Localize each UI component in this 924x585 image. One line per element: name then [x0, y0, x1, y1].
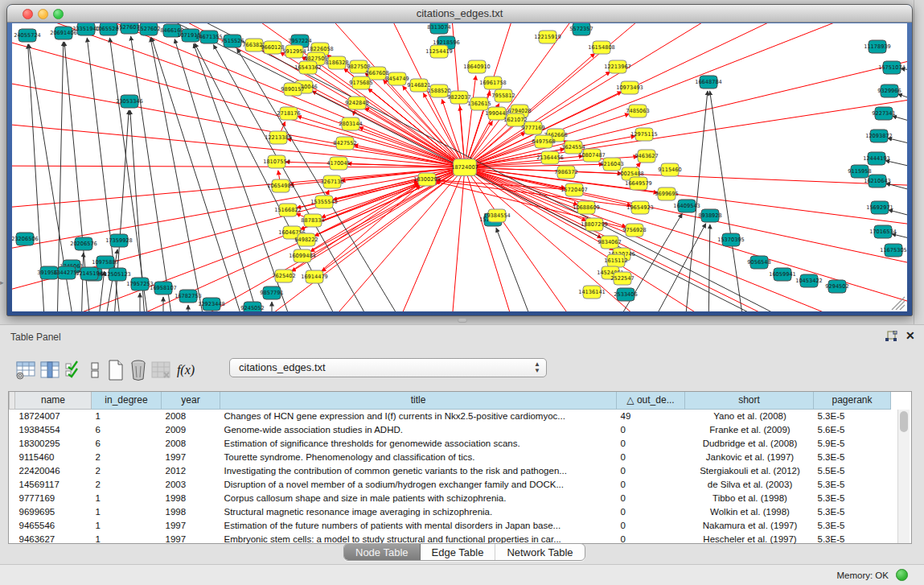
table-cell[interactable]: 9699695 — [15, 505, 92, 518]
graph-node[interactable]: 17016534 — [869, 225, 897, 238]
table-cell[interactable]: 22420046 — [15, 463, 92, 477]
graph-node[interactable]: 23206506 — [12, 233, 39, 245]
graph-node[interactable]: 9834067 — [598, 236, 621, 249]
graph-node[interactable]: 15355545 — [310, 196, 338, 208]
table-cell[interactable]: de Silva et al. (2003) — [685, 477, 814, 491]
scrollbar-thumb[interactable] — [900, 411, 908, 432]
table-row[interactable]: 2242004622012Investigating the contribut… — [10, 463, 891, 477]
column-header-name[interactable]: name — [15, 392, 92, 409]
table-cell[interactable]: 0 — [617, 477, 685, 491]
graph-node[interactable]: 12093872 — [865, 130, 893, 142]
show-columns-icon[interactable] — [39, 357, 60, 382]
table-cell[interactable]: 1 — [92, 518, 162, 532]
window-titlebar[interactable]: citations_edges.txt — [7, 5, 912, 23]
graph-node[interactable]: 2718176 — [277, 107, 300, 120]
table-cell[interactable]: 1997 — [162, 518, 220, 532]
graph-node[interactable]: 10453422 — [795, 274, 823, 287]
table-cell[interactable]: 1997 — [162, 532, 220, 546]
graph-node[interactable]: 9699695 — [655, 187, 678, 200]
table-cell[interactable]: 5.3E-5 — [814, 505, 891, 518]
graph-node[interactable]: 20206576 — [70, 237, 97, 250]
table-cell[interactable]: 1998 — [162, 491, 220, 505]
column-header-short[interactable]: short — [685, 392, 814, 409]
graph-node[interactable]: 23053346 — [116, 95, 143, 108]
divider-grip-icon[interactable] — [458, 318, 467, 323]
table-cell[interactable]: 5.3E-5 — [814, 409, 891, 422]
graph-node[interactable]: 5498222 — [294, 233, 318, 246]
graph-node[interactable]: 7986372 — [554, 166, 577, 179]
table-row[interactable]: 977716911998Corpus callosum shape and si… — [10, 491, 891, 505]
graph-node[interactable]: 3267130 — [320, 175, 343, 188]
graph-node[interactable]: 9857791 — [260, 286, 283, 299]
graph-node[interactable]: 11178939 — [864, 40, 891, 53]
graph-node[interactable]: 9245052 — [240, 302, 264, 311]
table-cell[interactable]: 9777169 — [15, 491, 92, 505]
graph-node[interactable]: 16648784 — [695, 76, 722, 89]
table-cell[interactable]: 1998 — [162, 505, 220, 518]
table-cell[interactable]: 18300295 — [15, 436, 92, 450]
float-panel-icon[interactable] — [885, 331, 897, 342]
table-cell[interactable]: 0 — [617, 491, 685, 505]
column-header-out_de[interactable]: △ out_de... — [617, 392, 685, 409]
table-cell[interactable]: Structural magnetic resonance image aver… — [220, 505, 617, 518]
graph-node[interactable]: 11675305 — [880, 244, 907, 257]
graph-node[interactable]: 4170045 — [326, 157, 350, 170]
table-cell[interactable]: Stergiakouli et al. (2012) — [685, 463, 814, 477]
table-cell[interactable]: 9465546 — [15, 518, 92, 532]
table-cell[interactable]: 0 — [617, 422, 685, 436]
delete-table-icon[interactable] — [150, 357, 171, 382]
table-cell[interactable]: 1 — [92, 409, 162, 422]
node-layer[interactable]: 2405572420691406233519401065528715276077… — [12, 23, 907, 311]
table-row[interactable]: 1830029562008Estimation of significance … — [10, 436, 891, 450]
graph-node[interactable]: 9777169 — [521, 122, 544, 134]
function-builder-icon[interactable]: f(x) — [172, 357, 199, 382]
table-cell[interactable]: 5.3E-5 — [814, 491, 891, 505]
column-header-title[interactable]: title — [220, 392, 617, 409]
table-header-row[interactable]: namein_degreeyeartitle△ out_de...shortpa… — [10, 392, 891, 409]
graph-node[interactable]: 9115460 — [658, 163, 681, 176]
table-cell[interactable]: 0 — [617, 450, 685, 463]
delete-column-icon[interactable] — [127, 357, 149, 382]
graph-node[interactable]: 9115958 — [848, 165, 871, 178]
table-cell[interactable]: 9115460 — [15, 450, 92, 463]
graph-node[interactable]: 7515526 — [220, 35, 244, 47]
table-row[interactable]: 969969511998Structural magnetic resonanc… — [10, 505, 891, 518]
table-row[interactable]: 911546021997Tourette syndrome. Phenomeno… — [10, 450, 891, 463]
table-cell[interactable]: 2 — [92, 450, 162, 463]
table-cell[interactable]: Investigating the contribution of common… — [220, 463, 617, 477]
graph-node[interactable]: 17359928 — [105, 234, 133, 247]
graph-node[interactable]: 6497568 — [532, 135, 555, 148]
table-cell[interactable]: 19384554 — [15, 422, 92, 436]
graph-node[interactable]: 7485063 — [626, 105, 649, 117]
graph-node[interactable]: 5572357 — [569, 23, 593, 35]
graph-node[interactable]: 1527602 — [137, 23, 160, 35]
table-cell[interactable]: Dudbridge et al. (2008) — [685, 436, 814, 450]
column-header-in_degree[interactable]: in_degree — [92, 392, 162, 409]
table-mode-icon[interactable] — [14, 357, 36, 382]
table-cell[interactable]: 6 — [92, 436, 162, 450]
select-all-icon[interactable] — [63, 357, 84, 382]
table-cell[interactable]: 18724007 — [15, 409, 92, 422]
graph-node[interactable]: 16059941 — [769, 268, 796, 281]
graph-node[interactable]: 9660128 — [261, 41, 284, 54]
table-row[interactable]: 1938455462009Genome-wide association stu… — [10, 422, 891, 436]
node-table-grid[interactable]: namein_degreeyeartitle△ out_de...shortpa… — [9, 392, 891, 546]
graph-node[interactable]: 8938928 — [698, 209, 721, 222]
table-cell[interactable]: Disruption of a novel member of a sodium… — [220, 477, 617, 491]
table-cell[interactable]: 2 — [92, 463, 162, 477]
table-cell[interactable]: 2003 — [162, 477, 220, 491]
table-cell[interactable]: 0 — [617, 505, 685, 518]
tab-edge-table[interactable]: Edge Table — [421, 544, 496, 560]
graph-node[interactable]: 9756928 — [622, 224, 646, 237]
table-cell[interactable]: Yano et al. (2008) — [685, 409, 814, 422]
table-cell[interactable]: Tibbo et al. (1998) — [685, 491, 814, 505]
table-cell[interactable]: 1997 — [162, 450, 220, 463]
table-cell[interactable]: 1 — [92, 505, 162, 518]
table-cell[interactable]: 5.6E-5 — [814, 422, 891, 436]
table-cell[interactable]: Genome-wide association studies in ADHD. — [220, 422, 617, 436]
table-cell[interactable]: 0 — [617, 518, 685, 532]
column-header-year[interactable]: year — [162, 392, 220, 409]
table-cell[interactable]: 2009 — [162, 422, 220, 436]
graph-node[interactable]: 9329966 — [877, 84, 901, 97]
table-vertical-scrollbar[interactable] — [897, 410, 910, 543]
